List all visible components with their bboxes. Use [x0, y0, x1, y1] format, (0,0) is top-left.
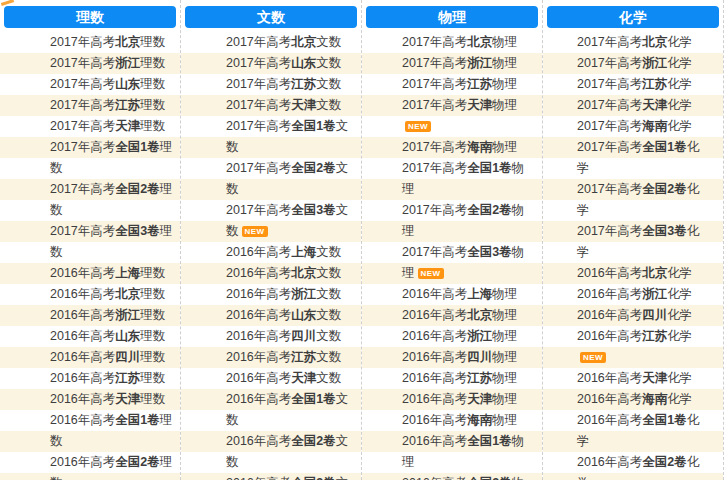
- paper-link[interactable]: 2017年高考全国3卷化学: [577, 224, 699, 259]
- paper-link[interactable]: 2016年高考全国2卷化学: [577, 455, 699, 480]
- paper-list-item: 2017年高考全国2卷化学: [543, 179, 723, 221]
- paper-link[interactable]: 2016年高考海南物理: [402, 413, 517, 427]
- paper-link[interactable]: 2017年高考全国1卷理数: [50, 140, 172, 175]
- paper-link[interactable]: 2016年高考江苏化学NEW: [577, 329, 692, 364]
- paper-link[interactable]: 2017年高考山东文数: [226, 56, 341, 70]
- paper-link[interactable]: 2017年高考北京文数: [226, 35, 341, 49]
- paper-link[interactable]: 2016年高考海南化学: [577, 392, 692, 406]
- paper-region: 全国2卷: [115, 455, 159, 469]
- paper-text: 学: [577, 203, 590, 217]
- paper-text: 物理: [492, 308, 517, 322]
- paper-link[interactable]: 2016年高考北京理数: [50, 287, 165, 301]
- paper-link[interactable]: 2016年高考四川物理: [402, 350, 517, 364]
- paper-link[interactable]: 2017年高考浙江理数: [50, 56, 165, 70]
- paper-text: 化学: [667, 119, 692, 133]
- paper-region: 四川: [642, 308, 667, 322]
- paper-text: 物: [512, 161, 525, 175]
- paper-link[interactable]: 2017年高考浙江物理: [402, 56, 517, 70]
- paper-link[interactable]: 2016年高考上海理数: [50, 266, 165, 280]
- paper-link[interactable]: 2017年高考全国2卷文数: [226, 161, 348, 196]
- paper-link[interactable]: 2016年高考全国3卷文数: [226, 476, 348, 480]
- paper-region: 天津: [291, 98, 316, 112]
- paper-text: 理数: [140, 371, 165, 385]
- paper-link[interactable]: 2016年高考江苏理数: [50, 371, 165, 385]
- paper-link[interactable]: 2016年高考上海物理: [402, 287, 517, 301]
- paper-link[interactable]: 2016年高考浙江物理: [402, 329, 517, 343]
- paper-link[interactable]: 2017年高考江苏物理: [402, 77, 517, 91]
- paper-text: 2017年高考: [50, 56, 115, 70]
- paper-list-item: 2017年高考全国2卷物理: [362, 200, 542, 242]
- paper-text: 2016年高考: [50, 371, 115, 385]
- paper-link[interactable]: 2016年高考全国1卷化学: [577, 413, 699, 448]
- paper-link[interactable]: 2016年高考江苏物理: [402, 371, 517, 385]
- paper-region: 浙江: [467, 56, 492, 70]
- paper-link[interactable]: 2016年高考上海文数: [226, 245, 341, 259]
- paper-link[interactable]: 2016年高考山东理数: [50, 329, 165, 343]
- paper-link[interactable]: 2017年高考全国3卷物理NEW: [402, 245, 524, 280]
- paper-link[interactable]: 2016年高考天津文数: [226, 371, 341, 385]
- paper-text: 2017年高考: [50, 77, 115, 91]
- paper-link[interactable]: 2017年高考全国1卷文数: [226, 119, 348, 154]
- paper-link[interactable]: 2017年高考北京化学: [577, 35, 692, 49]
- paper-link[interactable]: 2016年高考全国2卷文数: [226, 434, 348, 469]
- paper-link[interactable]: 2017年高考全国1卷化学: [577, 140, 699, 175]
- subject-tab-liberal-arts-math[interactable]: 文数: [185, 6, 357, 28]
- paper-link[interactable]: 2016年高考全国1卷文数: [226, 392, 348, 427]
- paper-link[interactable]: 2017年高考海南物理: [402, 140, 517, 154]
- paper-link[interactable]: 2016年高考山东文数: [226, 308, 341, 322]
- paper-link[interactable]: 2017年高考北京理数: [50, 35, 165, 49]
- paper-link[interactable]: 2017年高考天津理数: [50, 119, 165, 133]
- paper-link[interactable]: 2017年高考海南化学: [577, 119, 692, 133]
- paper-list-item: 2016年高考全国2卷理数: [0, 452, 180, 480]
- subject-tab-chemistry[interactable]: 化学: [547, 6, 719, 28]
- paper-link[interactable]: 2017年高考北京物理: [402, 35, 517, 49]
- paper-link[interactable]: 2016年高考天津物理: [402, 392, 517, 406]
- paper-link[interactable]: 2017年高考江苏化学: [577, 77, 692, 91]
- paper-link[interactable]: 2016年高考全国2卷物理: [402, 476, 524, 480]
- paper-region: 全国2卷: [642, 182, 686, 196]
- paper-link[interactable]: 2017年高考全国2卷物理: [402, 203, 524, 238]
- paper-list-item: 2016年高考全国1卷理数: [0, 410, 180, 452]
- paper-link[interactable]: 2016年高考浙江化学: [577, 287, 692, 301]
- paper-link[interactable]: 2016年高考北京文数: [226, 266, 341, 280]
- paper-region: 天津: [115, 119, 140, 133]
- paper-link[interactable]: 2016年高考四川化学: [577, 308, 692, 322]
- paper-link[interactable]: 2016年高考江苏文数: [226, 350, 341, 364]
- paper-link[interactable]: 2016年高考北京化学: [577, 266, 692, 280]
- exam-paper-board: 理数2017年高考北京理数2017年高考浙江理数2017年高考山东理数2017年…: [0, 0, 724, 480]
- paper-link[interactable]: 2016年高考四川理数: [50, 350, 165, 364]
- paper-link[interactable]: 2017年高考全国3卷理数: [50, 224, 172, 259]
- paper-link[interactable]: 2016年高考天津理数: [50, 392, 165, 406]
- subject-tab-science-math[interactable]: 理数: [4, 6, 176, 28]
- paper-link[interactable]: 2017年高考全国2卷化学: [577, 182, 699, 217]
- paper-link[interactable]: 2017年高考浙江化学: [577, 56, 692, 70]
- subject-tab-physics[interactable]: 物理: [366, 6, 538, 28]
- paper-link[interactable]: 2017年高考天津文数: [226, 98, 341, 112]
- paper-link[interactable]: 2017年高考天津化学: [577, 98, 692, 112]
- paper-text: 理: [160, 224, 173, 238]
- paper-link[interactable]: 2017年高考全国1卷物理: [402, 161, 524, 196]
- paper-text: 2017年高考: [50, 98, 115, 112]
- paper-text: 2017年高考: [50, 182, 115, 196]
- paper-text: 文数: [316, 98, 341, 112]
- paper-link[interactable]: 2017年高考江苏理数: [50, 98, 165, 112]
- paper-link[interactable]: 2017年高考全国2卷理数: [50, 182, 172, 217]
- paper-region: 全国3卷: [115, 224, 159, 238]
- paper-link[interactable]: 2016年高考浙江理数: [50, 308, 165, 322]
- paper-link[interactable]: 2016年高考北京物理: [402, 308, 517, 322]
- paper-list-item: 2017年高考天津物理NEW: [362, 95, 542, 137]
- paper-link[interactable]: 2017年高考山东理数: [50, 77, 165, 91]
- paper-link[interactable]: 2017年高考天津物理NEW: [402, 98, 517, 133]
- paper-link[interactable]: 2016年高考四川文数: [226, 329, 341, 343]
- paper-link[interactable]: 2016年高考天津化学: [577, 371, 692, 385]
- paper-link[interactable]: 2016年高考全国1卷物理: [402, 434, 524, 469]
- paper-link[interactable]: 2016年高考浙江文数: [226, 287, 341, 301]
- paper-text: 2016年高考: [226, 287, 291, 301]
- paper-text: 学: [577, 161, 590, 175]
- paper-link[interactable]: 2017年高考全国3卷文数NEW: [226, 203, 348, 238]
- paper-link[interactable]: 2017年高考江苏文数: [226, 77, 341, 91]
- paper-link[interactable]: 2016年高考全国2卷理数: [50, 455, 172, 480]
- paper-link[interactable]: 2016年高考全国1卷理数: [50, 413, 172, 448]
- paper-list-item: 2017年高考全国1卷物理: [362, 158, 542, 200]
- column-header: 文数: [181, 0, 361, 32]
